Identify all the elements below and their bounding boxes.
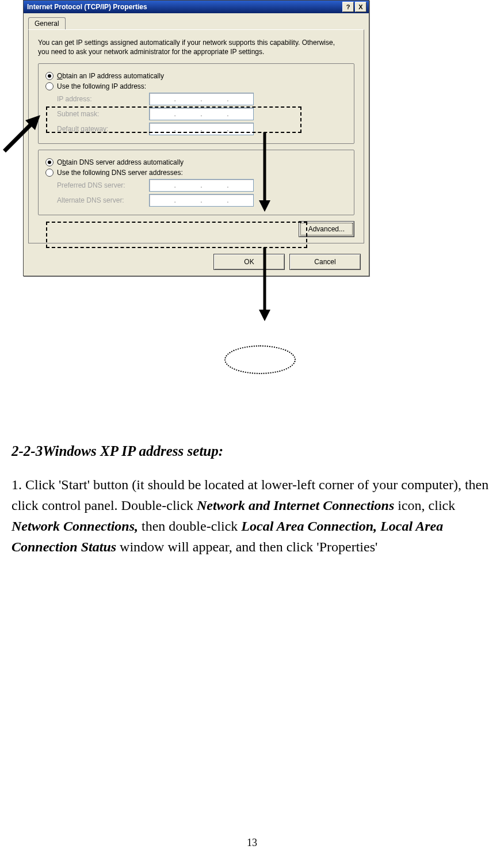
radio-use-following-ip[interactable]: Use the following IP address: xyxy=(45,82,347,90)
tabstrip: General xyxy=(28,17,364,29)
field-label: Alternate DNS server: xyxy=(57,196,149,204)
field-preferred-dns: Preferred DNS server: ... xyxy=(57,179,347,192)
radio-icon xyxy=(45,72,54,80)
field-ip-address: IP address: ... xyxy=(57,93,347,105)
titlebar[interactable]: Internet Protocol (TCP/IP) Properties ? … xyxy=(24,1,369,13)
field-default-gateway: Default gateway: ... xyxy=(57,123,347,135)
document-body: 2-2-3Windows XP IP address setup: 1. Cli… xyxy=(12,443,501,557)
field-label: Preferred DNS server: xyxy=(57,181,149,189)
radio-icon xyxy=(45,158,54,166)
radio-icon xyxy=(45,82,54,90)
ok-button[interactable]: OK xyxy=(213,254,285,270)
radio-obtain-dns-auto[interactable]: Obtain DNS server address automatically xyxy=(45,158,347,166)
field-subnet-mask: Subnet mask: ... xyxy=(57,108,347,120)
field-label: IP address: xyxy=(57,95,149,103)
radio-label: Obtain DNS server address automatically xyxy=(57,158,184,166)
cancel-button[interactable]: Cancel xyxy=(289,254,361,270)
section-heading: 2-2-3Windows XP IP address setup: xyxy=(12,443,501,459)
radio-icon xyxy=(45,169,54,177)
alternate-dns-input[interactable]: ... xyxy=(149,194,254,207)
default-gateway-input[interactable]: ... xyxy=(149,123,254,135)
preferred-dns-input[interactable]: ... xyxy=(149,179,254,192)
radio-obtain-ip-auto[interactable]: Obtain an IP address automatically xyxy=(45,72,347,80)
tab-general[interactable]: General xyxy=(28,17,66,29)
ok-highlight-oval xyxy=(224,345,296,374)
intro-text: You can get IP settings assigned automat… xyxy=(38,38,337,56)
help-icon: ? xyxy=(346,3,350,10)
radio-label: Use the following DNS server addresses: xyxy=(57,169,183,177)
dns-group: Obtain DNS server address automatically … xyxy=(38,150,354,215)
tab-panel: You can get IP settings assigned automat… xyxy=(28,29,364,243)
field-label: Subnet mask: xyxy=(57,110,149,118)
help-button[interactable]: ? xyxy=(342,2,354,12)
radio-use-following-dns[interactable]: Use the following DNS server addresses: xyxy=(45,169,347,177)
page-number: 13 xyxy=(0,837,504,849)
window-title: Internet Protocol (TCP/IP) Properties xyxy=(27,3,341,11)
close-button[interactable]: X xyxy=(355,2,366,12)
advanced-button[interactable]: Advanced... xyxy=(299,221,354,237)
radio-label: Use the following IP address: xyxy=(57,82,146,90)
dialog-buttons: OK Cancel xyxy=(24,248,369,276)
tcpip-properties-dialog: Internet Protocol (TCP/IP) Properties ? … xyxy=(23,0,369,276)
close-icon: X xyxy=(358,3,362,10)
advanced-row: Advanced... xyxy=(38,221,354,237)
subnet-mask-input[interactable]: ... xyxy=(149,108,254,120)
ip-address-input[interactable]: ... xyxy=(149,93,254,105)
field-label: Default gateway: xyxy=(57,125,149,133)
step-1-text: 1. Click 'Start' button (it should be lo… xyxy=(12,474,501,557)
radio-label: Obtain an IP address automatically xyxy=(57,72,164,80)
svg-marker-4 xyxy=(259,310,270,321)
field-alternate-dns: Alternate DNS server: ... xyxy=(57,194,347,207)
ip-group: Obtain an IP address automatically Use t… xyxy=(38,63,354,144)
